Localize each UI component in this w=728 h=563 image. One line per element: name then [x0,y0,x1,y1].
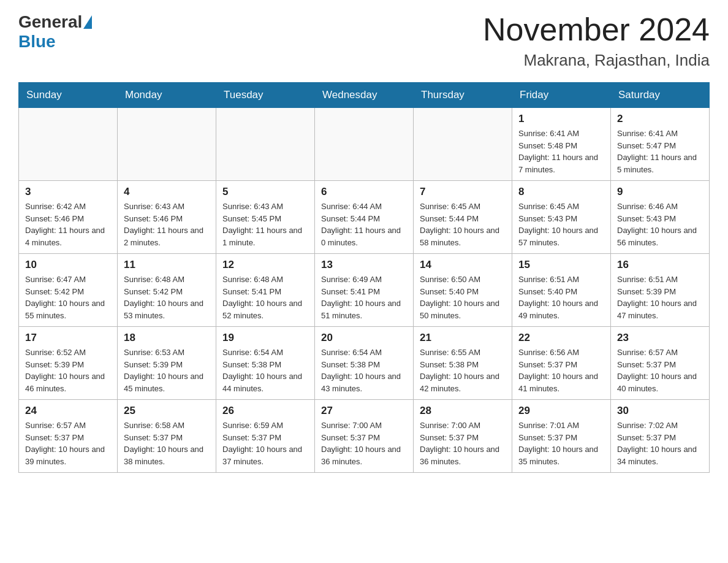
day-number: 5 [222,186,308,198]
table-row: 10Sunrise: 6:47 AMSunset: 5:42 PMDayligh… [19,254,118,327]
day-info: Sunrise: 6:48 AMSunset: 5:42 PMDaylight:… [124,274,210,321]
day-info: Sunrise: 6:43 AMSunset: 5:45 PMDaylight:… [222,201,308,248]
table-row: 23Sunrise: 6:57 AMSunset: 5:37 PMDayligh… [611,327,710,400]
calendar-week-row: 24Sunrise: 6:57 AMSunset: 5:37 PMDayligh… [19,400,710,473]
day-number: 23 [617,332,703,344]
day-info: Sunrise: 7:00 AMSunset: 5:37 PMDaylight:… [321,419,407,467]
calendar-header-row: Sunday Monday Tuesday Wednesday Thursday… [19,83,710,108]
day-number: 30 [617,405,703,417]
table-row: 20Sunrise: 6:54 AMSunset: 5:38 PMDayligh… [315,327,414,400]
table-row: 11Sunrise: 6:48 AMSunset: 5:42 PMDayligh… [118,254,216,327]
day-number: 3 [25,186,111,198]
day-number: 29 [518,405,604,417]
day-info: Sunrise: 6:45 AMSunset: 5:44 PMDaylight:… [420,201,506,248]
day-number: 26 [222,405,308,417]
header-tuesday: Tuesday [216,83,315,108]
table-row [216,108,315,181]
calendar-week-row: 1Sunrise: 6:41 AMSunset: 5:48 PMDaylight… [19,108,710,181]
calendar-table: Sunday Monday Tuesday Wednesday Thursday… [18,82,710,473]
location-subtitle: Makrana, Rajasthan, India [483,51,710,70]
header-thursday: Thursday [414,83,512,108]
day-info: Sunrise: 6:41 AMSunset: 5:48 PMDaylight:… [518,128,604,175]
day-info: Sunrise: 6:51 AMSunset: 5:39 PMDaylight:… [617,274,703,321]
table-row: 5Sunrise: 6:43 AMSunset: 5:45 PMDaylight… [216,181,315,254]
day-number: 13 [321,259,407,271]
header-saturday: Saturday [611,83,710,108]
table-row: 4Sunrise: 6:43 AMSunset: 5:46 PMDaylight… [118,181,216,254]
logo-triangle-icon [83,15,92,29]
day-number: 17 [25,332,111,344]
day-number: 7 [420,186,506,198]
day-info: Sunrise: 6:58 AMSunset: 5:37 PMDaylight:… [124,419,210,467]
logo-area: General Blue [18,12,93,52]
table-row [118,108,216,181]
month-title: November 2024 [483,12,710,47]
logo-general-text: General [18,12,82,32]
day-info: Sunrise: 6:48 AMSunset: 5:41 PMDaylight:… [222,274,308,321]
day-info: Sunrise: 6:46 AMSunset: 5:43 PMDaylight:… [617,201,703,248]
day-number: 14 [420,259,506,271]
table-row: 26Sunrise: 6:59 AMSunset: 5:37 PMDayligh… [216,400,315,473]
day-info: Sunrise: 6:54 AMSunset: 5:38 PMDaylight:… [222,347,308,394]
table-row: 1Sunrise: 6:41 AMSunset: 5:48 PMDaylight… [512,108,611,181]
day-number: 19 [222,332,308,344]
day-info: Sunrise: 6:57 AMSunset: 5:37 PMDaylight:… [617,347,703,394]
table-row: 3Sunrise: 6:42 AMSunset: 5:46 PMDaylight… [19,181,118,254]
day-number: 15 [518,259,604,271]
day-number: 2 [617,113,703,125]
day-info: Sunrise: 7:01 AMSunset: 5:37 PMDaylight:… [518,419,604,467]
calendar-week-row: 3Sunrise: 6:42 AMSunset: 5:46 PMDaylight… [19,181,710,254]
table-row: 16Sunrise: 6:51 AMSunset: 5:39 PMDayligh… [611,254,710,327]
table-row: 2Sunrise: 6:41 AMSunset: 5:47 PMDaylight… [611,108,710,181]
table-row: 13Sunrise: 6:49 AMSunset: 5:41 PMDayligh… [315,254,414,327]
day-number: 16 [617,259,703,271]
day-info: Sunrise: 6:51 AMSunset: 5:40 PMDaylight:… [518,274,604,321]
header-wednesday: Wednesday [315,83,414,108]
table-row: 14Sunrise: 6:50 AMSunset: 5:40 PMDayligh… [414,254,512,327]
logo: General [18,12,93,32]
day-info: Sunrise: 7:00 AMSunset: 5:37 PMDaylight:… [420,419,506,467]
table-row [19,108,118,181]
day-info: Sunrise: 6:50 AMSunset: 5:40 PMDaylight:… [420,274,506,321]
title-area: November 2024 Makrana, Rajasthan, India [483,12,710,70]
table-row: 29Sunrise: 7:01 AMSunset: 5:37 PMDayligh… [512,400,611,473]
table-row: 24Sunrise: 6:57 AMSunset: 5:37 PMDayligh… [19,400,118,473]
day-info: Sunrise: 6:45 AMSunset: 5:43 PMDaylight:… [518,201,604,248]
day-info: Sunrise: 6:55 AMSunset: 5:38 PMDaylight:… [420,347,506,394]
day-number: 10 [25,259,111,271]
table-row: 6Sunrise: 6:44 AMSunset: 5:44 PMDaylight… [315,181,414,254]
table-row [315,108,414,181]
day-number: 1 [518,113,604,125]
table-row: 21Sunrise: 6:55 AMSunset: 5:38 PMDayligh… [414,327,512,400]
day-number: 9 [617,186,703,198]
header-sunday: Sunday [19,83,118,108]
logo-blue-text: Blue [18,32,56,52]
header-monday: Monday [118,83,216,108]
table-row: 12Sunrise: 6:48 AMSunset: 5:41 PMDayligh… [216,254,315,327]
day-info: Sunrise: 7:02 AMSunset: 5:37 PMDaylight:… [617,419,703,467]
calendar-week-row: 17Sunrise: 6:52 AMSunset: 5:39 PMDayligh… [19,327,710,400]
day-info: Sunrise: 6:41 AMSunset: 5:47 PMDaylight:… [617,128,703,175]
table-row: 30Sunrise: 7:02 AMSunset: 5:37 PMDayligh… [611,400,710,473]
table-row: 18Sunrise: 6:53 AMSunset: 5:39 PMDayligh… [118,327,216,400]
day-number: 20 [321,332,407,344]
table-row [414,108,512,181]
day-number: 8 [518,186,604,198]
table-row: 19Sunrise: 6:54 AMSunset: 5:38 PMDayligh… [216,327,315,400]
day-number: 28 [420,405,506,417]
day-number: 24 [25,405,111,417]
day-number: 11 [124,259,210,271]
day-number: 27 [321,405,407,417]
table-row: 22Sunrise: 6:56 AMSunset: 5:37 PMDayligh… [512,327,611,400]
day-number: 25 [124,405,210,417]
header-friday: Friday [512,83,611,108]
day-info: Sunrise: 6:59 AMSunset: 5:37 PMDaylight:… [222,419,308,467]
table-row: 7Sunrise: 6:45 AMSunset: 5:44 PMDaylight… [414,181,512,254]
day-info: Sunrise: 6:54 AMSunset: 5:38 PMDaylight:… [321,347,407,394]
header: General Blue November 2024 Makrana, Raja… [18,12,710,70]
table-row: 17Sunrise: 6:52 AMSunset: 5:39 PMDayligh… [19,327,118,400]
table-row: 9Sunrise: 6:46 AMSunset: 5:43 PMDaylight… [611,181,710,254]
table-row: 15Sunrise: 6:51 AMSunset: 5:40 PMDayligh… [512,254,611,327]
day-info: Sunrise: 6:56 AMSunset: 5:37 PMDaylight:… [518,347,604,394]
day-info: Sunrise: 6:44 AMSunset: 5:44 PMDaylight:… [321,201,407,248]
